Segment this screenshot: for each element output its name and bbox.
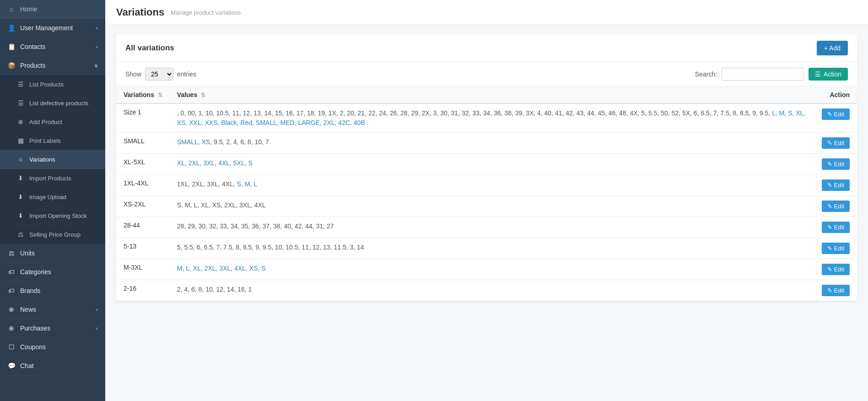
entries-select[interactable]: 25 10 50 100 <box>145 68 173 81</box>
edit-button[interactable]: ✎ Edit <box>822 200 850 212</box>
action-cell: ✎ Edit <box>814 196 857 217</box>
sidebar: ⌂ Home 👤 User Management ‹ 📋 Contacts ‹ … <box>0 0 105 401</box>
variations-table: Variations ⇅ Values ⇅ Action Size 1, 0, … <box>116 87 857 301</box>
action-button[interactable]: ☰ Action <box>809 68 848 81</box>
units-icon: ⚖ <box>7 249 16 257</box>
sidebar-item-variations[interactable]: ○ Variations <box>0 150 105 169</box>
variation-values-cell: , 0, 00, 1, 10, 10.5, 11, 12, 13, 14, 15… <box>170 103 814 133</box>
sidebar-item-units[interactable]: ⚖ Units <box>0 244 105 263</box>
sidebar-item-coupons[interactable]: ☐ Coupons <box>0 338 105 357</box>
table-row: Size 1, 0, 00, 1, 10, 10.5, 11, 12, 13, … <box>116 103 857 133</box>
products-submenu: ☰ List Products ☰ List defective product… <box>0 75 105 244</box>
price-icon: ⚖ <box>16 231 25 238</box>
print-icon: ▦ <box>16 137 25 144</box>
show-label: Show <box>125 70 141 78</box>
upload-icon: ⬇ <box>16 193 25 200</box>
sidebar-item-label: Categories <box>20 268 51 276</box>
table-row: XS-2XLS, M, L, XL, XS, 2XL, 3XL, 4XL✎ Ed… <box>116 196 857 217</box>
sidebar-item-list-products[interactable]: ☰ List Products <box>0 75 105 94</box>
sidebar-item-selling-price-group[interactable]: ⚖ Selling Price Group <box>0 225 105 244</box>
edit-button[interactable]: ✎ Edit <box>822 222 850 233</box>
sidebar-item-products[interactable]: 📦 Products ∨ <box>0 56 105 75</box>
sidebar-item-import-opening-stock[interactable]: ⬇ Import Opening Stock <box>0 206 105 225</box>
sidebar-item-add-product[interactable]: ⊕ Add Product <box>0 113 105 131</box>
page-subtitle: Manage product variations <box>171 9 241 16</box>
sidebar-item-print-labels[interactable]: ▦ Print Labels <box>0 131 105 150</box>
sidebar-item-label: Selling Price Group <box>29 231 81 238</box>
user-icon: 👤 <box>7 24 16 32</box>
coupons-icon: ☐ <box>7 343 16 351</box>
variation-values-cell: 5, 5.5, 6, 6.5, 7, 7.5, 8, 8.5, 9, 9.5, … <box>170 238 814 259</box>
sidebar-item-news[interactable]: ⊕ News ‹ <box>0 300 105 319</box>
categories-icon: 🏷 <box>7 268 16 276</box>
search-area: Search: ☰ Action <box>695 68 848 81</box>
chevron-icon: ‹ <box>96 307 98 312</box>
action-cell: ✎ Edit <box>814 154 857 175</box>
add-icon: ⊕ <box>16 118 25 125</box>
variation-values-cell: 2, 4, 6, 8, 10, 12, 14, 16, 1 <box>170 280 814 301</box>
search-input[interactable] <box>722 68 804 81</box>
edit-button[interactable]: ✎ Edit <box>822 285 850 296</box>
col-variations[interactable]: Variations ⇅ <box>116 87 170 103</box>
variation-name-cell: 2-16 <box>116 280 170 301</box>
sidebar-item-label: List defective products <box>29 100 88 107</box>
variation-name-cell: Size 1 <box>116 103 170 133</box>
sidebar-item-import-products[interactable]: ⬇ Import Products <box>0 169 105 188</box>
edit-button[interactable]: ✎ Edit <box>822 264 850 275</box>
table-row: 28-4428, 29, 30, 32, 33, 34, 35, 36, 37,… <box>116 217 857 238</box>
sidebar-item-image-upload[interactable]: ⬇ Image Upload <box>0 188 105 206</box>
variation-values-cell: SMALL, XS, 9.5, 2, 4, 6, 8, 10, 7 <box>170 133 814 154</box>
purchases-icon: ⊕ <box>7 325 16 332</box>
variation-name-cell: 28-44 <box>116 217 170 238</box>
action-cell: ✎ Edit <box>814 259 857 280</box>
variation-name-cell: 1XL-4XL <box>116 175 170 196</box>
card-title: All variations <box>125 43 174 53</box>
edit-button[interactable]: ✎ Edit <box>822 158 850 170</box>
sidebar-item-chat[interactable]: 💬 Chat <box>0 357 105 375</box>
edit-button[interactable]: ✎ Edit <box>822 108 850 120</box>
sidebar-item-user-management[interactable]: 👤 User Management ‹ <box>0 19 105 38</box>
sidebar-item-label: Products <box>20 62 45 69</box>
table-row: 2-162, 4, 6, 8, 10, 12, 14, 16, 1✎ Edit <box>116 280 857 301</box>
sidebar-item-label: News <box>20 306 36 313</box>
sidebar-item-label: Purchases <box>20 325 50 332</box>
table-wrapper: Variations ⇅ Values ⇅ Action Size 1, 0, … <box>116 87 857 301</box>
sidebar-item-list-defective[interactable]: ☰ List defective products <box>0 94 105 113</box>
variations-card: All variations + Add Show 25 10 50 100 e… <box>116 34 857 301</box>
table-header-row: Variations ⇅ Values ⇅ Action <box>116 87 857 103</box>
variations-icon: ○ <box>16 156 25 163</box>
variation-values-cell: S, M, L, XL, XS, 2XL, 3XL, 4XL <box>170 196 814 217</box>
edit-button[interactable]: ✎ Edit <box>822 137 850 149</box>
sidebar-item-contacts[interactable]: 📋 Contacts ‹ <box>0 38 105 56</box>
add-button[interactable]: + Add <box>817 41 848 55</box>
sidebar-item-label: Contacts <box>20 43 45 50</box>
sidebar-item-brands[interactable]: 🏷 Brands <box>0 282 105 300</box>
sidebar-item-label: Import Products <box>29 175 71 182</box>
sidebar-item-label: Import Opening Stock <box>29 212 87 219</box>
sidebar-item-purchases[interactable]: ⊕ Purchases ‹ <box>0 319 105 338</box>
list-icon: ☰ <box>16 81 25 88</box>
chevron-down-icon: ∨ <box>94 63 98 69</box>
sidebar-item-label: Image Upload <box>29 194 66 200</box>
sort-icon: ⇅ <box>158 92 162 98</box>
edit-button[interactable]: ✎ Edit <box>822 243 850 254</box>
sidebar-item-label: Add Product <box>29 119 62 125</box>
sidebar-item-categories[interactable]: 🏷 Categories <box>0 263 105 282</box>
sidebar-item-label: Home <box>20 5 37 13</box>
sidebar-item-home[interactable]: ⌂ Home <box>0 0 105 19</box>
table-row: XL-5XLXL, 2XL, 3XL, 4XL, 5XL, S✎ Edit <box>116 154 857 175</box>
sidebar-item-label: List Products <box>29 81 64 88</box>
variation-values-cell: 28, 29, 30, 32, 33, 34, 35, 36, 37, 38, … <box>170 217 814 238</box>
action-cell: ✎ Edit <box>814 280 857 301</box>
variation-values-cell: 1XL, 2XL, 3XL, 4XL, S, M, L <box>170 175 814 196</box>
home-icon: ⌂ <box>7 5 16 13</box>
col-values[interactable]: Values ⇅ <box>170 87 814 103</box>
sidebar-item-label: Print Labels <box>29 137 61 144</box>
table-head: Variations ⇅ Values ⇅ Action <box>116 87 857 103</box>
edit-button[interactable]: ✎ Edit <box>822 179 850 191</box>
table-body: Size 1, 0, 00, 1, 10, 10.5, 11, 12, 13, … <box>116 103 857 301</box>
main-content: Variations Manage product variations All… <box>105 0 868 401</box>
import-icon: ⬇ <box>16 174 25 182</box>
entries-label: entries <box>177 70 196 78</box>
sidebar-item-label: Units <box>20 249 35 257</box>
